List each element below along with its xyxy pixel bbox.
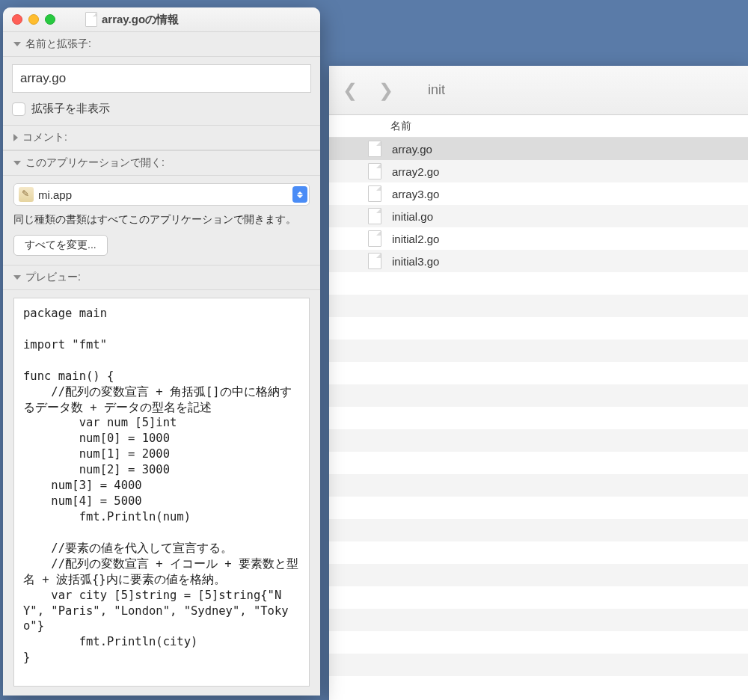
traffic-lights xyxy=(12,14,55,25)
file-name: initial2.go xyxy=(392,233,439,245)
file-row-empty xyxy=(329,474,748,497)
title-content: array.goの情報 xyxy=(85,12,179,27)
section-preview-label: プレビュー: xyxy=(25,271,81,284)
hide-extension-row: 拡張子を非表示 xyxy=(12,102,311,116)
file-row-empty xyxy=(329,317,748,340)
file-icon xyxy=(368,208,381,224)
titlebar[interactable]: array.goの情報 xyxy=(3,7,320,32)
file-name: array.go xyxy=(392,143,432,156)
section-name-ext-body: 拡張子を非表示 xyxy=(3,57,320,125)
open-with-help: 同じ種類の書類はすべてこのアプリケーションで開きます。 xyxy=(13,212,310,227)
info-window: array.goの情報 名前と拡張子: 拡張子を非表示 コメント: このアプリケ… xyxy=(3,7,320,696)
hide-extension-label: 拡張子を非表示 xyxy=(31,102,110,116)
file-row-empty xyxy=(329,564,748,586)
file-icon xyxy=(368,253,381,269)
finder-toolbar: ❮ ❯ init xyxy=(329,66,748,115)
file-row-empty xyxy=(329,631,748,654)
file-row-empty xyxy=(329,586,748,609)
file-row[interactable]: initial.go xyxy=(329,205,748,227)
file-row-empty xyxy=(329,429,748,452)
section-name-ext-label: 名前と拡張子: xyxy=(25,37,91,51)
file-icon xyxy=(368,163,381,179)
section-name-ext-header[interactable]: 名前と拡張子: xyxy=(3,32,320,57)
close-button[interactable] xyxy=(12,14,22,25)
file-row-empty xyxy=(329,272,748,295)
chevron-down-icon xyxy=(13,275,21,280)
minimize-button[interactable] xyxy=(28,14,39,25)
section-open-with-body: mi.app 同じ種類の書類はすべてこのアプリケーションで開きます。 すべてを変… xyxy=(3,176,320,265)
nav-back-button[interactable]: ❮ xyxy=(343,80,358,101)
preview-content: package main import "fmt" func main() { … xyxy=(13,298,310,687)
file-row-empty xyxy=(329,362,748,384)
folder-title: init xyxy=(428,82,445,98)
file-row-empty xyxy=(329,452,748,474)
change-all-button[interactable]: すべてを変更... xyxy=(13,235,108,256)
file-name: initial3.go xyxy=(392,255,439,268)
file-row-empty xyxy=(329,384,748,407)
filename-input[interactable] xyxy=(12,64,311,93)
finder-window: ❮ ❯ init 名前 array.goarray2.goarray3.goin… xyxy=(329,66,748,700)
section-comment-label: コメント: xyxy=(22,131,67,144)
open-with-select[interactable]: mi.app xyxy=(13,183,310,206)
file-row-empty xyxy=(329,519,748,541)
file-row[interactable]: initial2.go xyxy=(329,227,748,250)
chevron-right-icon xyxy=(13,134,18,141)
section-open-with-label: このアプリケーションで開く: xyxy=(25,156,165,170)
file-row-empty xyxy=(329,654,748,676)
file-row-empty xyxy=(329,295,748,317)
file-list: array.goarray2.goarray3.goinitial.goinit… xyxy=(329,138,748,700)
section-preview-header[interactable]: プレビュー: xyxy=(3,265,320,290)
hide-extension-checkbox[interactable] xyxy=(12,102,25,116)
nav-forward-button[interactable]: ❯ xyxy=(378,80,393,101)
file-icon xyxy=(368,185,381,202)
section-preview-body: package main import "fmt" func main() { … xyxy=(3,290,320,696)
maximize-button[interactable] xyxy=(45,14,55,25)
updown-icon xyxy=(292,186,307,203)
file-icon xyxy=(368,141,381,157)
file-name: initial.go xyxy=(392,210,433,223)
window-title: array.goの情報 xyxy=(102,13,179,27)
app-icon xyxy=(19,187,34,202)
file-row-empty xyxy=(329,340,748,362)
file-row-empty xyxy=(329,497,748,519)
file-icon xyxy=(85,12,97,27)
file-row[interactable]: initial3.go xyxy=(329,250,748,272)
file-row[interactable]: array.go xyxy=(329,138,748,160)
section-open-with-header[interactable]: このアプリケーションで開く: xyxy=(3,150,320,176)
file-row[interactable]: array2.go xyxy=(329,160,748,182)
file-row[interactable]: array3.go xyxy=(329,182,748,205)
file-name: array3.go xyxy=(392,188,439,200)
section-comment-header[interactable]: コメント: xyxy=(3,125,320,150)
file-row-empty xyxy=(329,407,748,429)
column-header-name[interactable]: 名前 xyxy=(329,115,748,138)
file-name: array2.go xyxy=(392,165,439,178)
open-with-value: mi.app xyxy=(38,188,292,201)
file-row-empty xyxy=(329,609,748,631)
chevron-down-icon xyxy=(13,161,21,165)
file-icon xyxy=(368,230,381,247)
chevron-down-icon xyxy=(13,42,21,46)
file-row-empty xyxy=(329,541,748,564)
